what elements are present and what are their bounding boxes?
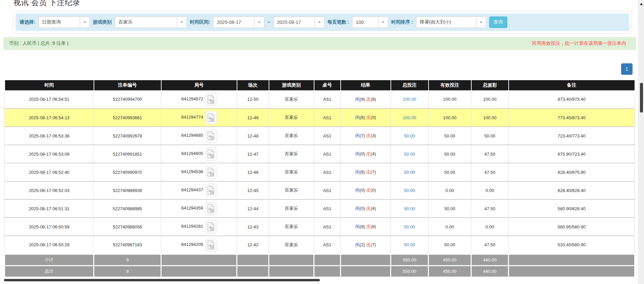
note: 628.40/628.40	[509, 181, 635, 199]
vertical-scrollbar-track[interactable]	[638, 0, 644, 284]
game-category: 百家乐	[269, 236, 314, 254]
game-category-select[interactable]: 百家乐	[115, 17, 187, 28]
payout: 0.00	[471, 181, 509, 199]
video-replay-icon[interactable]	[205, 220, 217, 233]
page-1-button[interactable]: 1	[621, 63, 633, 75]
table-no: AS1	[314, 163, 341, 181]
banker-result-label: 庄	[366, 133, 371, 138]
total-bet-link[interactable]: 50.00	[404, 242, 415, 247]
total-bet-link[interactable]: 50.00	[404, 206, 415, 211]
bet-time: 2025-08-17 06:52:40	[5, 163, 94, 181]
video-replay-icon[interactable]	[205, 165, 217, 179]
player-result-label: 闲	[355, 224, 360, 229]
player-result-label: 闲	[355, 188, 360, 193]
total-bet-cell: 50.00	[391, 181, 429, 199]
col-header-valid-bet: 有效投注	[429, 80, 471, 90]
round-id-cell: 641294359	[161, 199, 237, 218]
total-bet-link[interactable]: 100.00	[403, 97, 416, 102]
bet-id: 522740987183	[94, 236, 161, 254]
game-category: 百家乐	[269, 199, 314, 218]
bet-id: 522740988985	[94, 199, 161, 218]
session-no: 12-48	[237, 127, 269, 145]
banker-result-label: 庄	[366, 97, 371, 102]
round-id-cell: 641294872	[161, 90, 237, 108]
search-button[interactable]: 查询	[489, 17, 507, 28]
valid-bet: 50.00	[429, 236, 471, 254]
query-type-value: 日期查询	[39, 19, 80, 25]
banker-result-score: (7)	[371, 169, 376, 175]
game-category: 百家乐	[269, 181, 314, 199]
page-size-value: 100	[352, 20, 378, 25]
table-no: AS1	[314, 199, 341, 218]
table-row: 2025-08-17 06:50:59 522740988056 6412942…	[5, 218, 635, 236]
total-bet-cell: 50.00	[391, 145, 429, 163]
date-to-select[interactable]: 2025-08-17	[273, 17, 325, 28]
player-result-label: 闲	[355, 133, 360, 138]
session-no: 12-45	[237, 181, 269, 199]
table-row: 2025-08-17 06:53:38 522740992678 6412946…	[5, 127, 635, 145]
date-to-value: 2025-08-17	[274, 20, 314, 25]
player-result-score: (6)	[360, 169, 365, 175]
round-id: 641294872	[181, 96, 203, 101]
video-replay-icon[interactable]	[205, 184, 217, 197]
scroll-up-arrow-icon[interactable]	[640, 2, 643, 5]
note: 723.40/773.40	[509, 127, 635, 145]
table-row: 2025-08-17 06:54:51 522740994700 6412948…	[5, 90, 635, 108]
valid-bet: 100.00	[429, 108, 471, 127]
player-result-label: 闲	[355, 115, 360, 120]
note: 580.90/580.90	[509, 218, 635, 236]
date-range-label: 时间区间:	[190, 19, 210, 25]
chevron-down-icon	[177, 17, 187, 28]
date-from-value: 2025-08-17	[213, 20, 254, 25]
pagination: 1	[621, 63, 633, 75]
video-replay-icon[interactable]	[205, 147, 217, 161]
subtotal-payout: 440.00	[471, 254, 509, 265]
payout: 50.00	[471, 127, 509, 145]
note: 675.90/723.40	[509, 145, 635, 163]
note: 773.40/873.40	[509, 108, 635, 127]
player-result-label: 闲	[355, 169, 360, 175]
vertical-scrollbar-thumb[interactable]	[640, 83, 643, 113]
note: 580.90/628.40	[509, 199, 635, 218]
table-row: 2025-08-17 06:53:09 522740991851 6412946…	[5, 145, 635, 163]
total-bet-link[interactable]: 100.00	[403, 115, 416, 120]
query-type-select[interactable]: 日期查询	[38, 17, 90, 28]
subtotal-total-bet: 550.00	[391, 254, 429, 265]
game-category: 百家乐	[269, 163, 314, 181]
table-no: AS1	[314, 236, 341, 254]
video-replay-icon[interactable]	[205, 93, 217, 106]
video-replay-icon[interactable]	[205, 202, 217, 215]
date-from-select[interactable]: 2025-08-17	[213, 17, 264, 28]
player-result-label: 闲	[355, 242, 360, 247]
horizontal-scrollbar-thumb[interactable]	[4, 279, 320, 281]
col-header-payout: 总派彩	[471, 80, 509, 90]
video-replay-icon[interactable]	[205, 111, 217, 124]
game-category: 百家乐	[269, 145, 314, 163]
table-no: AS1	[314, 90, 341, 108]
video-replay-icon[interactable]	[205, 238, 217, 252]
sort-order-select[interactable]: 降幂(由大到小)	[416, 17, 486, 28]
page-size-select[interactable]: 100	[352, 17, 388, 28]
total-bet-link[interactable]: 50.00	[404, 152, 415, 157]
filter-panel: 请选择: 日期查询 游戏类别 百家乐 时间区间: 2025-08-17 ~ 20…	[13, 11, 632, 34]
round-id-cell: 641294205	[161, 236, 237, 254]
banker-result-label: 庄	[366, 169, 371, 175]
total-bet-link[interactable]: 50.00	[404, 188, 415, 193]
bet-id: 522740992678	[94, 127, 161, 145]
game-result: 闲(7) 庄(3)	[341, 127, 391, 145]
banker-result-score: (7)	[371, 242, 376, 247]
total-bet-link[interactable]: 50.00	[404, 224, 415, 229]
round-id: 641294536	[181, 169, 203, 174]
table-no: AS1	[314, 181, 341, 199]
sort-order-value: 降幂(由大到小)	[416, 19, 476, 25]
bet-time: 2025-08-17 06:53:09	[5, 145, 94, 163]
video-replay-icon[interactable]	[205, 129, 217, 143]
player-result-score: (7)	[360, 133, 365, 138]
col-header-bet-id: 注单编号	[94, 80, 161, 90]
total-bet-link[interactable]: 50.00	[404, 170, 415, 175]
banker-result-score: (4)	[371, 151, 376, 156]
bet-time: 2025-08-17 06:54:13	[5, 108, 94, 127]
session-no: 12-44	[237, 199, 269, 218]
total-bet-link[interactable]: 50.00	[404, 133, 415, 138]
total-bet-cell: 50.00	[391, 236, 429, 254]
